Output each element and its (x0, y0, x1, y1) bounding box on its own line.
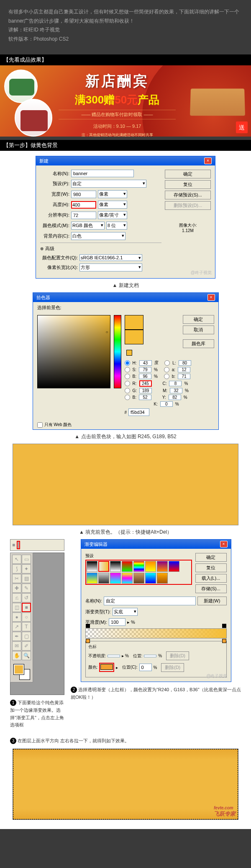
close-icon[interactable]: × (204, 158, 212, 164)
height-input[interactable]: 400 (71, 201, 96, 209)
preset[interactable] (87, 573, 97, 584)
s-radio[interactable] (125, 367, 130, 372)
preset[interactable] (133, 573, 144, 584)
eraser-tool[interactable]: ◫ (12, 603, 21, 612)
h-radio[interactable] (125, 360, 130, 366)
preset[interactable] (157, 561, 168, 572)
name-input[interactable]: 自定 (104, 597, 196, 605)
hex-input[interactable]: f5bd34 (128, 408, 149, 416)
zoom-tool[interactable]: 🔍 (22, 651, 31, 660)
load-button[interactable]: 载入(L)... (195, 574, 227, 583)
b-radio[interactable] (125, 374, 130, 379)
k-input[interactable]: 0 (160, 401, 173, 407)
r-radio[interactable] (125, 381, 130, 386)
eyedrop-tool[interactable]: ✐ (22, 641, 31, 651)
gradient-bar[interactable] (85, 628, 227, 638)
slice-tool[interactable]: ▤ (22, 574, 31, 583)
type-tool[interactable]: T (22, 622, 31, 631)
bit-select[interactable]: 8 位 (106, 222, 127, 230)
new-button[interactable]: 新建(W) (197, 597, 227, 605)
preset[interactable] (145, 561, 156, 572)
ok-button[interactable]: 确定 (195, 553, 227, 562)
width-unit[interactable]: 像素 (98, 190, 127, 198)
ok-button[interactable]: 确定 (165, 170, 211, 178)
web-only-check[interactable] (37, 422, 43, 428)
g-radio[interactable] (125, 388, 130, 393)
preset[interactable] (98, 573, 109, 584)
color-stop[interactable] (86, 639, 90, 643)
marquee-tool[interactable]: ▭ (22, 555, 31, 564)
smooth-input[interactable]: 100 (109, 618, 126, 626)
lasso-tool[interactable]: ⟆ (12, 564, 21, 574)
res-unit[interactable]: 像素/英寸 (98, 211, 127, 219)
c-input[interactable]: 8 (169, 381, 182, 386)
crop-tool[interactable]: ✂ (12, 574, 21, 583)
gradient-tool[interactable]: ■ (22, 603, 31, 612)
preset[interactable] (145, 573, 156, 584)
gradient-preview[interactable] (18, 542, 19, 548)
preset[interactable] (122, 573, 133, 584)
color-lib-button[interactable]: 颜色库 (183, 339, 214, 348)
aspect-select[interactable]: 方形 (79, 264, 142, 271)
save-preset-button[interactable]: 存储预设(S)... (165, 191, 211, 199)
profile-select[interactable]: sRGB IEC61966-2.1 (79, 254, 142, 261)
history-tool[interactable]: ↺ (22, 593, 31, 602)
dodge-tool[interactable]: ○ (22, 612, 31, 622)
pos-input[interactable]: 0 (139, 664, 152, 671)
brush-tool[interactable]: ✎ (22, 584, 31, 593)
save-button[interactable]: 存储(S)... (195, 584, 227, 593)
opacity-stop[interactable] (86, 624, 90, 628)
bg-select[interactable]: 白色 (71, 232, 126, 240)
hand-tool[interactable]: ✋ (12, 651, 21, 660)
preset[interactable] (157, 573, 168, 584)
preset[interactable] (133, 561, 144, 572)
cancel-button[interactable]: 取消 (183, 326, 214, 334)
notes-tool[interactable]: ✉ (12, 641, 21, 651)
bl-radio[interactable] (125, 395, 130, 400)
h-input[interactable]: 43 (139, 360, 152, 366)
opacity-stop[interactable] (222, 624, 226, 628)
s-input[interactable]: 79 (139, 367, 151, 372)
mode-select[interactable]: RGB 颜色 (71, 222, 105, 230)
height-unit[interactable]: 像素 (98, 201, 127, 209)
name-input[interactable]: banner (71, 170, 134, 177)
move-tool[interactable]: ↖ (12, 555, 21, 564)
color-field[interactable] (37, 315, 110, 388)
preset-selected[interactable] (98, 561, 109, 572)
preset[interactable] (110, 573, 121, 584)
preset[interactable] (87, 561, 97, 572)
path-tool[interactable]: ↗ (12, 622, 21, 631)
heal-tool[interactable]: ✚ (12, 584, 21, 593)
b-input[interactable]: 96 (139, 374, 151, 379)
preset[interactable] (110, 561, 121, 572)
preset[interactable] (122, 561, 133, 572)
g-input[interactable]: 189 (139, 388, 152, 393)
shape-tool[interactable]: ▢ (22, 632, 31, 641)
m-input[interactable]: 32 (170, 388, 182, 393)
blur-tool[interactable]: ● (12, 612, 21, 622)
width-input[interactable]: 980 (71, 191, 96, 198)
color-stop[interactable] (222, 639, 226, 643)
bl-input[interactable]: 52 (139, 395, 151, 400)
preset[interactable] (169, 561, 179, 572)
cancel-button[interactable]: 复位 (195, 563, 227, 572)
preset-select[interactable]: 自定 (71, 180, 146, 188)
fg-swatch[interactable] (14, 664, 24, 674)
pen-tool[interactable]: ✒ (12, 632, 21, 641)
bb-radio[interactable] (164, 374, 169, 379)
close-icon[interactable]: × (220, 541, 228, 548)
type-select[interactable]: 实底 (113, 608, 138, 616)
close-icon[interactable]: × (207, 294, 215, 301)
res-input[interactable]: 72 (71, 212, 96, 219)
r-input[interactable]: 245 (139, 380, 152, 387)
l-radio[interactable] (164, 360, 170, 366)
a-radio[interactable] (164, 367, 169, 372)
bb-input[interactable]: 71 (178, 374, 190, 379)
stamp-tool[interactable]: ⎌ (12, 593, 21, 602)
advanced-label[interactable]: 高级 (45, 245, 54, 252)
y-input[interactable]: 82 (169, 395, 181, 400)
ok-button[interactable]: 确定 (183, 315, 214, 324)
stop-color-swatch[interactable] (100, 664, 113, 670)
hue-strip[interactable] (114, 315, 121, 388)
cancel-button[interactable]: 复位 (165, 180, 211, 189)
